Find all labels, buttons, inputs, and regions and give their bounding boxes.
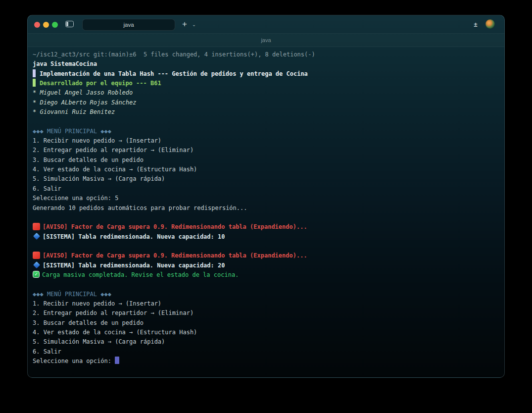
line-text: 3. Buscar detalles de un pedido (33, 156, 144, 163)
line-text: 1. Recibir nuevo pedido → (Insertar) (33, 137, 161, 144)
terminal-line-menu-header: ◆◆◆ MENÚ PRINCIPAL ◆◆◆ (33, 290, 499, 299)
terminal-line-menu-header: ◆◆◆ MENÚ PRINCIPAL ◆◆◆ (33, 127, 499, 136)
blue-diamond-emoji (33, 261, 40, 268)
line-text: 5. Simulación Masiva → (Carga rápida) (33, 338, 165, 345)
terminal-window: java + ⌄ ± java ~/isc12_act3/src git:(ma… (27, 15, 505, 378)
line-text: 5. Simulación Masiva → (Carga rápida) (33, 175, 165, 182)
terminal-line-plain: Generando 10 pedidos automáticos para pr… (33, 204, 499, 213)
block-header-title: java (261, 37, 271, 43)
line-text: * Diego ALberto Rojas Sánchez (33, 99, 137, 106)
terminal-line-input[interactable]: Seleccione una opción: (33, 357, 499, 366)
terminal-line-menu-item: 5. Simulación Masiva → (Carga rápida) (33, 174, 499, 184)
terminal-line-menu-item: 5. Simulación Masiva → (Carga rápida) (33, 337, 499, 347)
terminal-line-blank (33, 242, 499, 251)
minimize-button[interactable] (43, 22, 49, 28)
terminal-line-banner: Desarrollado por el equipo --- B61 (33, 79, 499, 88)
terminal-line-command: java SistemaCocina (33, 59, 499, 69)
line-text: Desarrollado por el equipo --- B61 (40, 80, 161, 87)
banner-bar (33, 69, 36, 77)
terminal-line-banner: Implementación de una Tabla Hash --- Ges… (33, 69, 499, 79)
line-text: [SISTEMA] Tabla redimensionada. Nueva ca… (43, 233, 225, 240)
banner-bar (33, 79, 36, 87)
line-text: 2. Entregar pedido al repartidor → (Elim… (33, 310, 193, 316)
line-text: java SistemaCocina (33, 60, 97, 67)
line-text: Seleccione una opción: 5 (33, 195, 118, 202)
avatar[interactable] (485, 19, 495, 29)
line-text: ◆◆◆ MENÚ PRINCIPAL ◆◆◆ (33, 291, 111, 298)
close-button[interactable] (34, 22, 40, 28)
line-text: 4. Ver estado de la cocina → (Estructura… (33, 166, 197, 173)
line-text: Generando 10 pedidos automáticos para pr… (33, 205, 247, 211)
terminal-line-menu-item: 3. Buscar detalles de un pedido (33, 318, 499, 328)
line-text: [AVISO] Factor de Carga supera 0.9. Redi… (43, 252, 307, 259)
tab-list-chevron-icon[interactable]: ⌄ (191, 20, 197, 29)
tab-java[interactable]: java (82, 19, 175, 31)
line-text: 4. Ver estado de la cocina → (Estructura… (33, 329, 197, 336)
terminal-line-menu-item: 6. Salir (33, 184, 499, 194)
block-header: java (28, 33, 504, 47)
terminal-line-blank (33, 117, 499, 126)
terminal-line-success: Carga masiva completada. Revise el estad… (33, 270, 499, 280)
line-text: [AVISO] Factor de Carga supera 0.9. Redi… (43, 223, 307, 230)
terminal-line-menu-item: 1. Recibir nuevo pedido → (Insertar) (33, 299, 499, 309)
terminal-line-menu-item: 4. Ver estado de la cocina → (Estructura… (33, 328, 499, 337)
red-square-emoji (33, 252, 40, 259)
terminal-line-warning: [AVISO] Factor de Carga supera 0.9. Redi… (33, 222, 499, 232)
line-text: ◆◆◆ MENÚ PRINCIPAL ◆◆◆ (33, 128, 111, 135)
line-text: 2. Entregar pedido al repartidor → (Elim… (33, 147, 193, 154)
line-text: * Giovanni Ruiz Benitez (33, 108, 115, 115)
terminal-line-blank (33, 280, 499, 289)
plus-minus-icon[interactable]: ± (472, 20, 480, 29)
terminal-line-system: [SISTEMA] Tabla redimensionada. Nueva ca… (33, 232, 499, 242)
terminal-line-menu-item: 2. Entregar pedido al repartidor → (Elim… (33, 146, 499, 155)
terminal-line-warning: [AVISO] Factor de Carga supera 0.9. Redi… (33, 251, 499, 260)
terminal-cursor[interactable] (115, 357, 119, 364)
terminal-line-menu-item: 3. Buscar detalles de un pedido (33, 155, 499, 165)
check-emoji (33, 271, 40, 278)
terminal-line-menu-item: 1. Recibir nuevo pedido → (Insertar) (33, 136, 499, 146)
line-text: ~/isc12_act3/src git:(main)±6 5 files ch… (33, 51, 315, 58)
terminal-line-system: [SISTEMA] Tabla redimensionada. Nueva ca… (33, 261, 499, 270)
line-text: 6. Salir (33, 348, 61, 355)
terminal-line-menu-item: 2. Entregar pedido al repartidor → (Elim… (33, 309, 499, 318)
terminal-line-author: * Diego ALberto Rojas Sánchez (33, 98, 499, 107)
line-text: 1. Recibir nuevo pedido → (Insertar) (33, 300, 161, 307)
terminal-output[interactable]: ~/isc12_act3/src git:(main)±6 5 files ch… (28, 47, 504, 377)
line-text: 6. Salir (33, 185, 61, 192)
terminal-line-menu-item: 4. Ver estado de la cocina → (Estructura… (33, 165, 499, 174)
line-text: 3. Buscar detalles de un pedido (33, 319, 144, 326)
new-tab-button[interactable]: + (179, 18, 190, 30)
blue-diamond-emoji (33, 232, 40, 240)
line-text: Seleccione una opción: (33, 358, 115, 364)
terminal-line-author: * Giovanni Ruiz Benitez (33, 107, 499, 117)
traffic-lights (34, 22, 58, 28)
line-text: Implementación de una Tabla Hash --- Ges… (40, 70, 308, 77)
title-bar: java + ⌄ ± (28, 15, 504, 33)
terminal-line-plain: Seleccione una opción: 5 (33, 194, 499, 203)
line-text: [SISTEMA] Tabla redimensionada. Nueva ca… (43, 262, 225, 269)
line-text: * Miguel Angel Jasso Robledo (33, 89, 133, 96)
line-text: Carga masiva completada. Revise el estad… (42, 271, 239, 278)
tab-title: java (123, 22, 134, 28)
terminal-line-prompt: ~/isc12_act3/src git:(main)±6 5 files ch… (33, 50, 499, 59)
terminal-line-blank (33, 213, 499, 222)
zoom-button[interactable] (52, 22, 58, 28)
terminal-line-menu-item: 6. Salir (33, 347, 499, 357)
terminal-line-author: * Miguel Angel Jasso Robledo (33, 88, 499, 98)
red-square-emoji (33, 223, 40, 230)
sidebar-toggle-icon[interactable] (65, 21, 74, 27)
